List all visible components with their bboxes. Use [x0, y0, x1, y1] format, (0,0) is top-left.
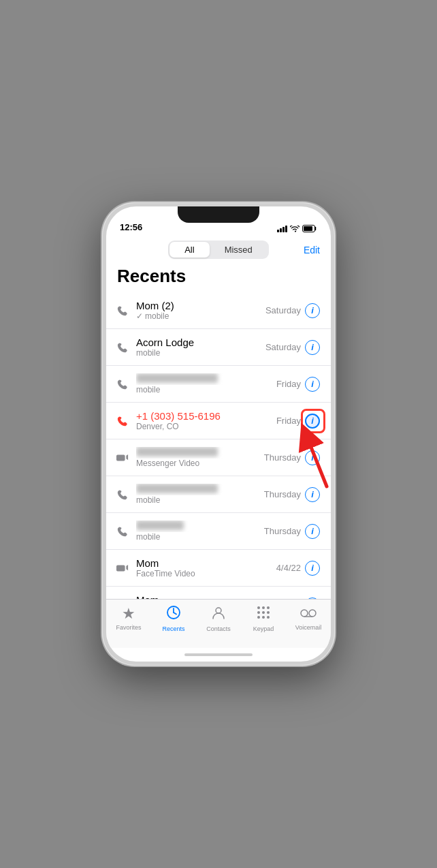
call-type: Messenger Video	[136, 459, 264, 468]
notch	[178, 206, 259, 223]
caller-name: Acorn Lodge	[136, 337, 265, 348]
red-arrow	[293, 429, 331, 490]
call-info: Mom FaceTime Video	[136, 557, 276, 578]
list-item: mobile Friday i	[106, 366, 331, 403]
call-type: FaceTime Video	[136, 569, 276, 578]
tab-keypad[interactable]: Keypad	[246, 605, 281, 632]
call-list: Mom (2) ✓ mobile Saturday i	[106, 292, 331, 599]
info-button[interactable]: i	[305, 303, 320, 318]
check-icon: ✓	[136, 311, 143, 321]
missed-tab[interactable]: Missed	[210, 242, 268, 258]
call-date: 4/4/22	[276, 563, 301, 573]
svg-point-9	[262, 606, 265, 609]
svg-point-14	[257, 616, 260, 619]
info-button[interactable]: i	[305, 377, 320, 392]
tab-voicemail[interactable]: Voicemail	[291, 605, 326, 631]
call-date: Friday	[276, 379, 301, 389]
home-bar	[184, 653, 253, 656]
caller-name	[136, 521, 264, 532]
caller-name	[136, 484, 264, 495]
call-info: +1 (303) 515-6196 Denver, CO	[136, 410, 276, 431]
tab-favorites[interactable]: ★ Favorites	[111, 605, 146, 631]
blurred-name	[136, 373, 218, 383]
phone-screen: 12:56	[106, 206, 331, 662]
voicemail-icon	[300, 605, 317, 623]
keypad-icon	[256, 605, 271, 624]
svg-line-3	[306, 435, 327, 486]
svg-point-8	[257, 606, 260, 609]
favorites-icon: ★	[122, 605, 135, 623]
call-right: Saturday i	[265, 340, 320, 355]
blurred-name	[136, 484, 218, 493]
call-info: mobile	[136, 521, 264, 542]
all-tab[interactable]: All	[169, 242, 209, 258]
list-item: Acorn Lodge mobile Saturday i	[106, 329, 331, 366]
svg-point-7	[216, 608, 221, 613]
call-date: Thursday	[264, 526, 301, 536]
phone-icon	[113, 525, 132, 538]
svg-point-11	[257, 611, 260, 614]
svg-point-10	[267, 606, 270, 609]
info-button[interactable]: i	[305, 561, 320, 576]
info-button[interactable]: i	[305, 524, 320, 539]
status-icons	[277, 225, 317, 232]
tab-keypad-label: Keypad	[253, 625, 274, 632]
call-type: mobile	[136, 532, 264, 542]
blurred-name	[136, 521, 184, 530]
wifi-icon	[290, 226, 300, 232]
call-type: mobile	[136, 385, 276, 394]
call-date: Saturday	[265, 342, 301, 352]
segment-control: All Missed	[168, 241, 269, 259]
call-type: Denver, CO	[136, 422, 276, 431]
phone-icon	[113, 415, 132, 427]
list-item: Mom mobile 3/31/22 i	[106, 587, 331, 599]
tab-recents-label: Recents	[162, 625, 184, 632]
svg-point-18	[309, 610, 316, 617]
phone-icon	[113, 489, 132, 501]
call-date: Friday	[276, 416, 301, 426]
segment-bar: All Missed Edit	[106, 236, 331, 263]
call-right: Friday i	[276, 414, 320, 429]
caller-name	[136, 373, 276, 385]
info-button[interactable]: i	[305, 598, 320, 600]
call-type: mobile	[136, 495, 264, 505]
svg-point-17	[301, 610, 308, 617]
info-button-highlighted[interactable]: i	[305, 414, 320, 429]
svg-point-16	[267, 616, 270, 619]
svg-rect-1	[304, 226, 312, 231]
tab-contacts[interactable]: Contacts	[201, 605, 236, 632]
tab-voicemail-label: Voicemail	[295, 624, 322, 631]
call-info: Acorn Lodge mobile	[136, 337, 265, 358]
call-type: mobile	[136, 348, 265, 358]
call-date: Saturday	[265, 305, 301, 315]
call-info: Mom mobile	[136, 594, 272, 599]
call-info: mobile	[136, 373, 276, 394]
tab-contacts-label: Contacts	[206, 625, 231, 632]
svg-point-12	[262, 611, 265, 614]
svg-point-13	[267, 611, 270, 614]
tab-recents[interactable]: Recents	[156, 605, 191, 632]
call-right: Friday i	[276, 377, 320, 392]
phone-icon	[113, 341, 132, 354]
call-type: ✓ mobile	[136, 311, 265, 321]
blurred-name	[136, 447, 218, 456]
battery-icon	[302, 225, 317, 232]
caller-name-missed: +1 (303) 515-6196	[136, 410, 276, 422]
contacts-icon	[211, 605, 226, 624]
edit-button[interactable]: Edit	[304, 245, 320, 255]
list-item: Mom FaceTime Video 4/4/22 i	[106, 550, 331, 587]
list-item: mobile Thursday i	[106, 513, 331, 550]
phone-icon	[113, 305, 132, 317]
page-title: Recents	[106, 263, 331, 292]
video-icon	[113, 452, 132, 464]
call-info: Messenger Video	[136, 447, 264, 468]
call-right: 3/31/22 i	[272, 598, 320, 600]
call-info: mobile	[136, 484, 264, 505]
info-button[interactable]: i	[305, 340, 320, 355]
caller-name: Mom (2)	[136, 300, 265, 311]
call-right: Thursday i	[264, 524, 320, 539]
status-time: 12:56	[120, 222, 142, 232]
caller-name: Mom	[136, 594, 272, 599]
list-item-highlighted: +1 (303) 515-6196 Denver, CO Friday i	[106, 403, 331, 439]
phone-shell: 12:56	[102, 202, 335, 666]
